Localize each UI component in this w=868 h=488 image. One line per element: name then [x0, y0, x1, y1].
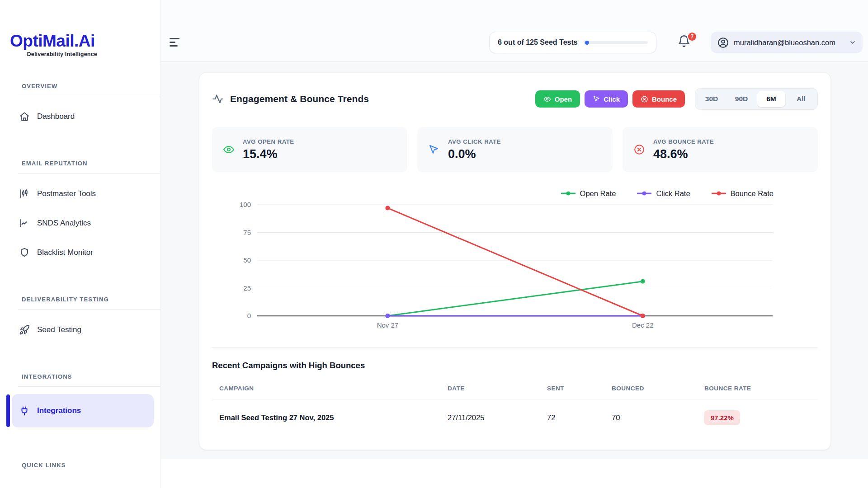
user-circle-icon — [717, 37, 729, 49]
legend-marker — [711, 191, 726, 196]
engagement-panel: Engagement & Bounce Trends Open Click Bo… — [199, 72, 831, 450]
trends-chart: Open RateClick RateBounce Rate 025507510… — [212, 188, 818, 335]
table-title: Recent Campaigns with High Bounces — [212, 361, 818, 371]
chart-legend: Open RateClick RateBounce Rate — [212, 188, 818, 199]
divider — [18, 309, 160, 310]
divider — [212, 347, 818, 348]
sidebar-item-label: Blacklist Monitor — [37, 248, 93, 257]
col-header-bounced: BOUNCED — [604, 379, 697, 399]
stat-label: AVG CLICK RATE — [448, 138, 501, 145]
open-toggle-button[interactable]: Open — [535, 90, 580, 108]
active-indicator — [6, 394, 10, 427]
bounce-toggle-button[interactable]: Bounce — [632, 90, 685, 108]
home-icon — [19, 111, 30, 122]
notifications-button[interactable]: 7 — [677, 34, 697, 54]
plug-icon — [19, 405, 30, 416]
sidebar: OptiMail.Ai Deliverability Intelligence … — [0, 0, 160, 488]
divider — [18, 96, 160, 96]
user-email: muralidharan@blueoshan.com — [734, 38, 844, 47]
bar-chart-icon — [19, 188, 30, 199]
button-label: Bounce — [652, 95, 677, 103]
table-cell-date: 27/11/2025 — [440, 399, 540, 436]
notification-count-badge: 7 — [687, 32, 697, 42]
col-header-campaign: CAMPAIGN — [212, 379, 440, 399]
x-circle-icon — [641, 95, 648, 103]
stat-label: AVG OPEN RATE — [243, 138, 294, 145]
col-header-sent: SENT — [540, 379, 604, 399]
rocket-icon — [19, 324, 30, 335]
legend-label: Open Rate — [580, 189, 616, 198]
seed-tests-progress-pill[interactable]: 6 out of 125 Seed Tests — [489, 32, 656, 53]
sidebar-item-integrations[interactable]: Integrations — [12, 394, 154, 427]
section-label-integrations: INTEGRATIONS — [22, 373, 160, 380]
range-90d[interactable]: 90D — [727, 91, 755, 107]
eye-icon — [543, 95, 551, 103]
campaigns-table: CAMPAIGN DATE SENT BOUNCED BOUNCE RATE E… — [212, 379, 818, 436]
seed-tests-label: 6 out of 125 Seed Tests — [498, 38, 578, 47]
shield-icon — [19, 247, 30, 258]
sidebar-item-seed-testing[interactable]: Seed Testing — [19, 321, 160, 339]
date-range-selector: 30D 90D 6M All — [695, 88, 818, 110]
legend-marker — [637, 191, 652, 196]
table-cell-campaign: Email Seed Testing 27 Nov, 2025 — [212, 399, 440, 436]
legend-item: Bounce Rate — [711, 189, 774, 198]
legend-item: Open Rate — [561, 189, 616, 198]
range-6m[interactable]: 6M — [757, 91, 785, 107]
button-label: Click — [604, 95, 620, 103]
svg-text:0: 0 — [247, 312, 251, 319]
stat-avg-click-rate: AVG CLICK RATE 0.0% — [417, 127, 613, 172]
chevron-down-icon — [849, 39, 856, 46]
legend-marker — [561, 191, 576, 196]
table-cell-bounced: 70 — [604, 399, 697, 436]
line-chart: 0255075100Nov 27Dec 22 — [212, 199, 819, 335]
eye-icon — [223, 144, 235, 155]
activity-icon — [212, 93, 224, 105]
menu-toggle-icon[interactable] — [170, 38, 181, 49]
sidebar-item-snds-analytics[interactable]: SNDS Analytics — [19, 214, 160, 232]
stat-avg-bounce-rate: AVG BOUNCE RATE 48.6% — [623, 127, 818, 172]
section-label-deliverability-testing: DELIVERABILITY TESTING — [22, 296, 160, 303]
stat-label: AVG BOUNCE RATE — [653, 138, 714, 145]
stat-avg-open-rate: AVG OPEN RATE 15.4% — [212, 127, 407, 172]
footer-band — [160, 459, 868, 488]
svg-text:Dec 22: Dec 22 — [632, 321, 654, 329]
progress-dot — [585, 41, 589, 45]
brand-name: OptiMail.Ai — [10, 33, 97, 49]
svg-text:100: 100 — [240, 201, 251, 208]
col-header-date: DATE — [440, 379, 540, 399]
sidebar-item-label: Integrations — [37, 406, 81, 415]
divider — [18, 173, 160, 174]
legend-label: Bounce Rate — [731, 189, 774, 198]
range-30d[interactable]: 30D — [698, 91, 726, 107]
seed-tests-progressbar — [584, 41, 648, 44]
user-menu[interactable]: muralidharan@blueoshan.com — [711, 32, 863, 53]
col-header-bounce-rate: BOUNCE RATE — [697, 379, 818, 399]
section-label-quick-links: QUICK LINKS — [22, 462, 160, 469]
stat-value: 15.4% — [243, 147, 294, 161]
table-cell-bounce-rate: 97.22% — [697, 399, 818, 436]
section-label-overview: OVERVIEW — [22, 83, 160, 89]
stat-value: 48.6% — [653, 147, 714, 161]
legend-item: Click Rate — [637, 189, 690, 198]
button-label: Open — [555, 95, 572, 103]
svg-text:Nov 27: Nov 27 — [377, 321, 399, 329]
click-toggle-button[interactable]: Click — [585, 90, 628, 108]
stat-value: 0.0% — [448, 147, 501, 161]
svg-text:25: 25 — [243, 284, 251, 292]
sidebar-item-postmaster-tools[interactable]: Postmaster Tools — [19, 185, 160, 203]
section-label-email-reputation: EMAIL REPUTATION — [22, 160, 160, 167]
panel-title: Engagement & Bounce Trends — [230, 94, 369, 104]
cursor-icon — [593, 95, 600, 103]
bounce-rate-badge: 97.22% — [704, 410, 740, 425]
cursor-icon — [428, 144, 440, 155]
table-cell-sent: 72 — [540, 399, 604, 436]
sidebar-item-label: Seed Testing — [37, 325, 81, 334]
line-chart-icon — [19, 218, 30, 229]
range-all[interactable]: All — [787, 91, 815, 107]
sidebar-item-dashboard[interactable]: Dashboard — [19, 108, 160, 126]
svg-text:50: 50 — [243, 256, 251, 264]
svg-text:75: 75 — [243, 229, 251, 236]
legend-label: Click Rate — [656, 189, 690, 198]
sidebar-item-blacklist-monitor[interactable]: Blacklist Monitor — [19, 244, 160, 262]
sidebar-item-label: SNDS Analytics — [37, 219, 91, 228]
